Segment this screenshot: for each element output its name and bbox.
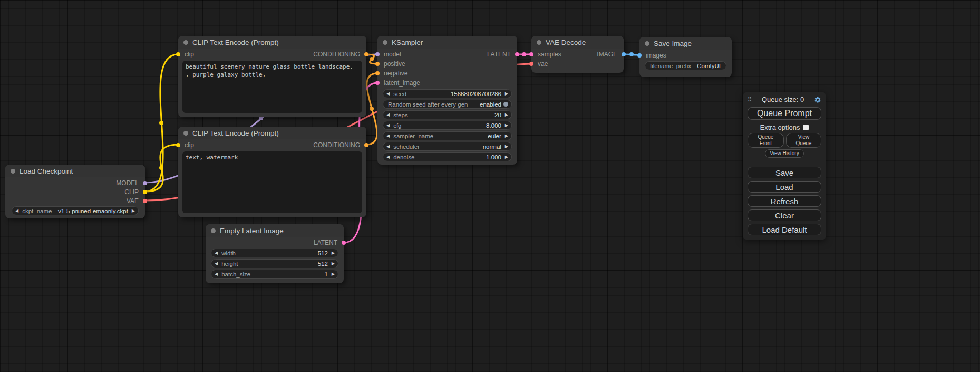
collapse-dot[interactable] xyxy=(11,169,15,174)
increment-arrow-icon[interactable]: ▶ xyxy=(132,209,135,213)
node-graph-canvas[interactable]: Load Checkpoint MODEL CLIP VAE ◀ ckpt_na… xyxy=(0,0,980,372)
widget-value: 1.000 xyxy=(486,154,501,160)
collapse-dot[interactable] xyxy=(183,131,188,136)
node-save-image[interactable]: Save Image images filename_prefix ComfyU… xyxy=(639,37,732,77)
link-midpoint-dot xyxy=(159,121,163,125)
collapse-dot[interactable] xyxy=(645,41,649,46)
node-clip-text-encode-negative[interactable]: CLIP Text Encode (Prompt) clip CONDITION… xyxy=(178,127,366,217)
node-title: CLIP Text Encode (Prompt) xyxy=(192,39,279,46)
clear-button[interactable]: Clear xyxy=(748,209,821,221)
settings-gear-icon[interactable] xyxy=(814,96,821,103)
toggle-knob[interactable] xyxy=(503,102,508,107)
node-title-bar[interactable]: Empty Latent Image xyxy=(206,224,344,237)
slot-row: CLIP xyxy=(5,187,145,196)
clip-output-slot[interactable] xyxy=(143,190,147,194)
increment-arrow-icon[interactable]: ▶ xyxy=(332,272,335,276)
load-default-button[interactable]: Load Default xyxy=(748,224,821,235)
node-load-checkpoint[interactable]: Load Checkpoint MODEL CLIP VAE ◀ ckpt_na… xyxy=(5,165,145,218)
decrement-arrow-icon[interactable]: ◀ xyxy=(386,145,390,149)
menu-header: ⠿ Queue size: 0 xyxy=(748,95,821,104)
extra-options-checkbox[interactable] xyxy=(803,125,809,130)
latent-image-input-slot[interactable] xyxy=(375,81,380,85)
negative-prompt-textarea[interactable]: text, watermark xyxy=(182,151,362,213)
model-output-slot[interactable] xyxy=(143,181,147,185)
increment-arrow-icon[interactable]: ▶ xyxy=(505,134,508,138)
clip-input-slot[interactable] xyxy=(176,52,180,56)
widget-steps[interactable]: ◀ steps 20 ▶ xyxy=(383,110,512,119)
positive-input-slot[interactable] xyxy=(375,62,380,66)
queue-actions-row: Queue Front View Queue xyxy=(748,133,821,148)
node-title-bar[interactable]: KSampler xyxy=(377,36,517,49)
decrement-arrow-icon[interactable]: ◀ xyxy=(15,209,18,213)
widget-batch-size[interactable]: ◀ batch_size 1 ▶ xyxy=(211,270,338,279)
widget-seed[interactable]: ◀ seed 156680208700286 ▶ xyxy=(383,89,512,98)
widget-value: 156680208700286 xyxy=(451,91,501,97)
node-title-bar[interactable]: CLIP Text Encode (Prompt) xyxy=(178,36,366,49)
vae-output-slot[interactable] xyxy=(143,199,147,203)
vae-input-slot[interactable] xyxy=(529,62,533,66)
queue-front-button[interactable]: Queue Front xyxy=(748,133,784,148)
view-queue-button[interactable]: View Queue xyxy=(786,133,821,148)
decrement-arrow-icon[interactable]: ◀ xyxy=(215,262,218,266)
node-title-bar[interactable]: Load Checkpoint xyxy=(5,165,145,177)
collapse-dot[interactable] xyxy=(537,40,541,45)
link-midpoint-dot xyxy=(522,52,526,56)
widget-height[interactable]: ◀ height 512 ▶ xyxy=(211,259,338,268)
widget-name: cfg xyxy=(393,122,401,129)
node-title-bar[interactable]: CLIP Text Encode (Prompt) xyxy=(178,127,366,139)
images-input-slot[interactable] xyxy=(637,53,642,58)
increment-arrow-icon[interactable]: ▶ xyxy=(505,113,508,117)
collapse-dot[interactable] xyxy=(211,228,216,233)
node-ksampler[interactable]: KSampler model LATENT positive negative … xyxy=(377,36,517,165)
widget-random-seed-toggle[interactable]: Random seed after every gen enabled xyxy=(383,100,512,109)
increment-arrow-icon[interactable]: ▶ xyxy=(505,123,508,128)
decrement-arrow-icon[interactable]: ◀ xyxy=(215,272,218,276)
clip-input-slot[interactable] xyxy=(176,143,180,147)
node-clip-text-encode-positive[interactable]: CLIP Text Encode (Prompt) clip CONDITION… xyxy=(178,36,366,117)
load-button[interactable]: Load xyxy=(748,181,821,193)
collapse-dot[interactable] xyxy=(383,40,387,45)
widget-cfg[interactable]: ◀ cfg 8.000 ▶ xyxy=(383,121,512,130)
decrement-arrow-icon[interactable]: ◀ xyxy=(386,92,390,96)
refresh-button[interactable]: Refresh xyxy=(748,195,821,207)
increment-arrow-icon[interactable]: ▶ xyxy=(505,155,508,159)
decrement-arrow-icon[interactable]: ◀ xyxy=(386,123,390,128)
drag-handle-icon[interactable]: ⠿ xyxy=(748,97,752,102)
node-title-bar[interactable]: Save Image xyxy=(639,37,732,50)
decrement-arrow-icon[interactable]: ◀ xyxy=(386,155,390,159)
model-input-slot[interactable] xyxy=(375,52,380,56)
decrement-arrow-icon[interactable]: ◀ xyxy=(386,134,390,138)
conditioning-output-slot[interactable] xyxy=(364,143,368,147)
positive-prompt-textarea[interactable]: beautiful scenery nature glass bottle la… xyxy=(182,61,362,113)
increment-arrow-icon[interactable]: ▶ xyxy=(332,262,335,266)
decrement-arrow-icon[interactable]: ◀ xyxy=(386,113,390,117)
increment-arrow-icon[interactable]: ▶ xyxy=(332,251,335,255)
samples-input-slot[interactable] xyxy=(529,52,533,56)
widget-width[interactable]: ◀ width 512 ▶ xyxy=(211,249,338,257)
widget-sampler-name[interactable]: ◀ sampler_name euler ▶ xyxy=(383,131,512,140)
node-empty-latent-image[interactable]: Empty Latent Image LATENT ◀ width 512 ▶ … xyxy=(206,224,344,283)
image-output-slot[interactable] xyxy=(622,52,626,56)
widget-ckpt-name[interactable]: ◀ ckpt_name v1-5-pruned-emaonly.ckpt ▶ xyxy=(12,206,139,215)
history-row: View History xyxy=(748,149,821,158)
widget-scheduler[interactable]: ◀ scheduler normal ▶ xyxy=(383,142,512,151)
save-button[interactable]: Save xyxy=(748,167,821,178)
increment-arrow-icon[interactable]: ▶ xyxy=(505,92,508,96)
latent-output-slot[interactable] xyxy=(515,52,519,56)
node-title: Empty Latent Image xyxy=(220,227,284,235)
slot-row: samples IMAGE xyxy=(531,50,624,59)
node-title-bar[interactable]: VAE Decode xyxy=(531,36,624,49)
collapse-dot[interactable] xyxy=(183,40,188,45)
widget-denoise[interactable]: ◀ denoise 1.000 ▶ xyxy=(383,152,512,161)
increment-arrow-icon[interactable]: ▶ xyxy=(505,145,508,149)
queue-prompt-button[interactable]: Queue Prompt xyxy=(748,107,821,120)
widget-filename-prefix[interactable]: filename_prefix ComfyUI xyxy=(645,61,726,70)
slot-label: LATENT xyxy=(487,51,511,58)
conditioning-output-slot[interactable] xyxy=(364,52,368,56)
slot-label: vae xyxy=(538,60,548,68)
decrement-arrow-icon[interactable]: ◀ xyxy=(215,251,218,255)
view-history-button[interactable]: View History xyxy=(765,149,803,158)
negative-input-slot[interactable] xyxy=(375,71,380,75)
node-vae-decode[interactable]: VAE Decode samples IMAGE vae xyxy=(531,36,624,73)
latent-output-slot[interactable] xyxy=(342,241,346,245)
